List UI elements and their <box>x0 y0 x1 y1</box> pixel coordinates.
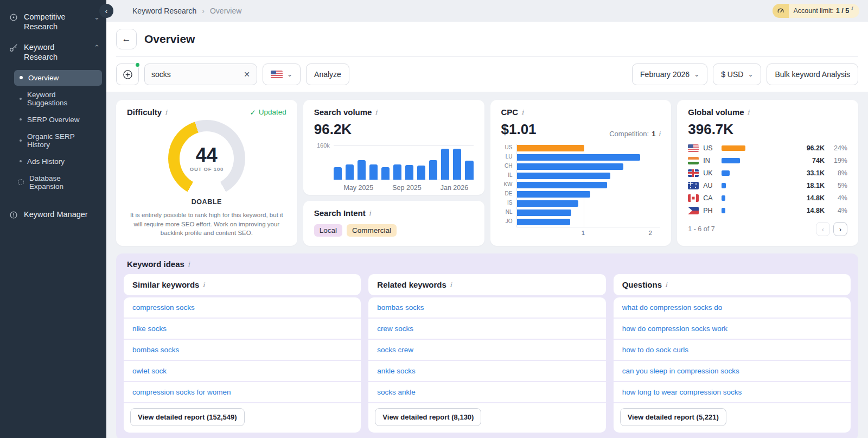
sidebar-item-serp-overview[interactable]: SERP Overview <box>14 112 102 128</box>
keyword-link[interactable]: how do compression socks work <box>614 319 851 340</box>
info-icon[interactable]: i <box>202 281 205 289</box>
card-title: Search Intent <box>314 208 366 218</box>
cpc-card: CPC i $1.01 Competition: 1 i USLUCHILKWD… <box>490 100 672 246</box>
keyword-link[interactable]: bombas socks <box>124 340 361 361</box>
difficulty-verdict: DOABLE <box>192 198 222 206</box>
y-axis-label: 160k <box>314 142 334 188</box>
currency-dropdown[interactable]: $ USD ⌄ <box>713 64 761 85</box>
volume-bar <box>393 164 401 180</box>
cpc-bar <box>517 163 624 170</box>
cpc-bar <box>517 154 641 161</box>
bulk-analysis-button[interactable]: Bulk keyword Analysis <box>767 64 858 85</box>
keyword-link[interactable]: crew socks <box>368 319 605 340</box>
questions-column: Questions i what do compression socks do… <box>614 274 851 433</box>
updated-status: ✓ Updated <box>250 108 286 117</box>
cpc-value: $1.01 <box>501 121 537 138</box>
account-limit-value: 1 / 5 <box>836 7 849 15</box>
info-icon[interactable]: i <box>521 109 524 116</box>
sidebar-item-overview[interactable]: Overview <box>14 70 102 86</box>
sidebar-item-label: Keyword Manager <box>24 210 100 219</box>
keyword-search-input[interactable]: socks ✕ <box>144 64 257 85</box>
view-report-button[interactable]: View detailed report (5,221) <box>620 408 726 426</box>
section-title: Keyword ideas <box>127 259 184 269</box>
volume-percent: 4% <box>829 194 847 202</box>
sidebar-collapse-button[interactable]: ‹ <box>99 4 113 18</box>
info-icon[interactable]: i <box>450 281 452 289</box>
cpc-bar <box>517 219 570 225</box>
back-button[interactable]: ← <box>116 29 137 49</box>
info-icon[interactable]: i <box>165 109 167 116</box>
difficulty-card: Difficulty i ✓ Updated 44 OUT OF 100 DOA <box>116 100 297 246</box>
region-dropdown[interactable]: ⌄ <box>263 64 301 85</box>
sidebar-item-label: Keyword Suggestions <box>27 91 97 107</box>
account-limit-label: Account limit: <box>793 7 833 15</box>
keyword-link[interactable]: bombas socks <box>368 297 605 319</box>
country-code: CA <box>703 194 717 202</box>
keyword-link[interactable]: owlet sock <box>124 361 361 382</box>
keyword-link[interactable]: what do compression socks do <box>614 297 851 319</box>
sidebar-item-label: Ads History <box>27 157 65 166</box>
keyword-link[interactable]: how long to wear compression socks <box>614 382 851 403</box>
pagination-prev-button[interactable]: ‹ <box>816 222 830 236</box>
info-icon[interactable]: i <box>748 109 750 116</box>
sidebar-item-competitive-research[interactable]: Competitive Research ⌄ <box>0 7 106 37</box>
bullet-icon <box>20 139 22 142</box>
pagination-next-button[interactable]: › <box>833 222 847 236</box>
volume-value: 33.1K <box>807 169 825 177</box>
info-icon[interactable]: i <box>188 261 190 268</box>
x-axis-label: Jan 2026 <box>441 184 468 192</box>
add-keyword-button[interactable] <box>116 64 139 85</box>
analyze-button[interactable]: Analyze <box>306 64 349 85</box>
volume-bar <box>405 165 413 180</box>
keyword-link[interactable]: compression socks <box>124 297 361 319</box>
keyword-link[interactable]: nike socks <box>124 319 361 340</box>
period-dropdown[interactable]: February 2026 ⌄ <box>632 64 707 85</box>
keyword-link[interactable]: compression socks for women <box>124 382 361 403</box>
view-report-button[interactable]: View detailed report (8,130) <box>375 408 481 426</box>
cpc-country-label: IL <box>501 172 516 179</box>
related-keywords-column: Related keywords i bombas sockscrew sock… <box>368 274 605 433</box>
info-icon[interactable]: i <box>658 130 660 138</box>
sidebar-item-keyword-manager[interactable]: Keyword Manager <box>0 204 106 225</box>
keyword-link[interactable]: socks crew <box>368 340 605 361</box>
search-volume-bars <box>334 145 474 180</box>
cpc-country-label: JO <box>501 218 516 225</box>
info-icon[interactable]: i <box>369 210 371 217</box>
x-axis-label: Sep 2025 <box>392 184 422 192</box>
cpc-bar <box>517 173 610 179</box>
status-dot <box>135 62 141 68</box>
flag-au-icon <box>688 182 699 189</box>
keyword-link[interactable]: how to do sock curls <box>614 340 851 361</box>
sidebar-item-keyword-research[interactable]: Keyword Research ⌃ <box>0 37 106 67</box>
sidebar: Competitive Research ⌄ Keyword Research … <box>0 0 106 438</box>
sidebar-item-keyword-suggestions[interactable]: Keyword Suggestions <box>14 87 102 111</box>
volume-bar <box>429 160 437 180</box>
sidebar-item-database-expansion[interactable]: Database Expansion <box>14 170 102 194</box>
view-report-button[interactable]: View detailed report (152,549) <box>130 408 245 426</box>
page-header: ← Overview socks ✕ ⌄ Analyze February 20… <box>106 22 868 92</box>
keyword-link[interactable]: ankle socks <box>368 361 605 382</box>
sidebar-item-ads-history[interactable]: Ads History <box>14 154 102 169</box>
intent-badge-local: Local <box>314 224 342 237</box>
volume-bar <box>417 166 425 180</box>
chevron-down-icon: ⌄ <box>694 71 699 78</box>
keyword-link[interactable]: socks ankle <box>368 382 605 403</box>
cpc-country-label: CH <box>501 163 516 169</box>
search-volume-value: 96.2K <box>314 121 474 138</box>
search-volume-xlabels: May 2025Sep 2025Jan 2026 <box>334 184 474 192</box>
volume-bar <box>722 195 725 201</box>
volume-bar <box>346 164 354 180</box>
content-area: Difficulty i ✓ Updated 44 OUT OF 100 DOA <box>106 92 868 438</box>
topbar: Keyword Research › Overview Account limi… <box>106 0 868 22</box>
breadcrumb-parent[interactable]: Keyword Research <box>132 7 196 15</box>
info-icon[interactable]: i <box>375 109 377 116</box>
sidebar-item-label: Organic SERP History <box>27 132 97 149</box>
cpc-country-labels: USLUCHILKWDEISNLJO <box>501 144 516 227</box>
sidebar-item-organic-serp-history[interactable]: Organic SERP History <box>14 129 102 153</box>
country-code: AU <box>703 182 717 189</box>
clear-input-icon[interactable]: ✕ <box>244 70 250 79</box>
account-limit-badge[interactable]: Account limit: 1 / 5 i <box>773 4 859 18</box>
keyword-link[interactable]: can you sleep in compression socks <box>614 361 851 382</box>
cpc-bar <box>517 182 607 188</box>
info-icon[interactable]: i <box>665 281 667 289</box>
